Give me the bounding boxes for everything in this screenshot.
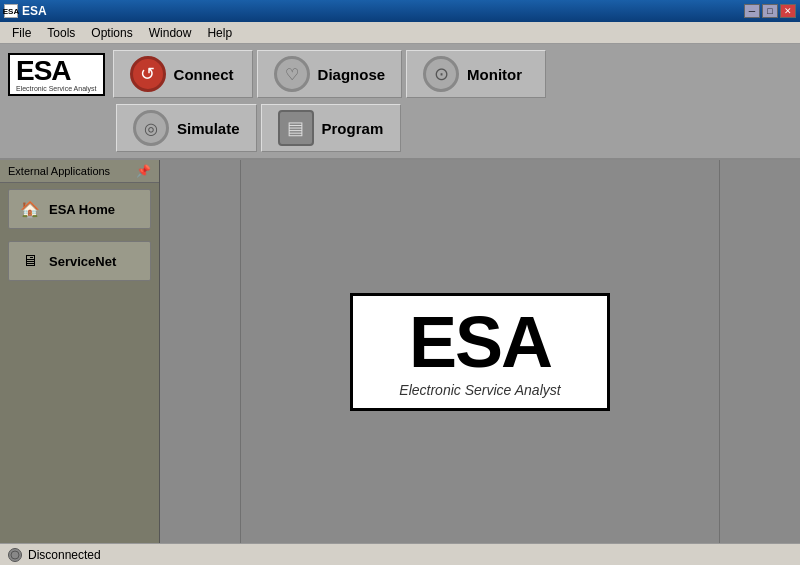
simulate-label: Simulate [177, 120, 240, 137]
program-label: Program [322, 120, 384, 137]
diagnose-icon [274, 56, 310, 92]
status-text: Disconnected [28, 548, 101, 562]
title-icon: ESA [4, 4, 18, 18]
esa-header-logo: ESA Electronic Service Analyst [8, 53, 105, 96]
title-bar: ESA ESA ─ □ ✕ [0, 0, 800, 22]
monitor-label: Monitor [467, 66, 522, 83]
status-bar: Disconnected [0, 543, 800, 565]
menu-window[interactable]: Window [141, 24, 200, 42]
menu-help[interactable]: Help [199, 24, 240, 42]
toolbar: ESA Electronic Service Analyst Connect D… [0, 44, 800, 160]
servicenet-label: ServiceNet [49, 254, 116, 269]
esa-main-logo-subtitle: Electronic Service Analyst [373, 382, 587, 398]
maximize-button[interactable]: □ [762, 4, 778, 18]
minimize-button[interactable]: ─ [744, 4, 760, 18]
esa-home-label: ESA Home [49, 202, 115, 217]
title-text: ESA [22, 4, 47, 18]
servicenet-button[interactable]: 🖥 ServiceNet [8, 241, 151, 281]
left-panel: External Applications 📌 🏠 ESA Home 🖥 Ser… [0, 160, 160, 543]
status-icon [8, 548, 22, 562]
program-button[interactable]: Program [261, 104, 401, 152]
title-controls: ─ □ ✕ [744, 4, 796, 18]
esa-logo-text: ESA [16, 57, 97, 85]
simulate-button[interactable]: Simulate [116, 104, 257, 152]
esa-main-logo-text: ESA [373, 306, 587, 378]
esa-logo-subtitle: Electronic Service Analyst [16, 85, 97, 92]
menu-tools[interactable]: Tools [39, 24, 83, 42]
connect-label: Connect [174, 66, 234, 83]
diagnose-label: Diagnose [318, 66, 386, 83]
right-content: ESA Electronic Service Analyst [160, 160, 800, 543]
esa-main-logo: ESA Electronic Service Analyst [350, 293, 610, 411]
esa-home-button[interactable]: 🏠 ESA Home [8, 189, 151, 229]
main-content: External Applications 📌 🏠 ESA Home 🖥 Ser… [0, 160, 800, 543]
pin-button[interactable]: 📌 [136, 164, 151, 178]
menu-file[interactable]: File [4, 24, 39, 42]
monitor-icon [423, 56, 459, 92]
servicenet-icon: 🖥 [19, 250, 41, 272]
esa-home-icon: 🏠 [19, 198, 41, 220]
monitor-button[interactable]: Monitor [406, 50, 546, 98]
svg-point-0 [11, 551, 19, 559]
menu-bar: File Tools Options Window Help [0, 22, 800, 44]
left-panel-header: External Applications 📌 [0, 160, 159, 183]
simulate-icon [133, 110, 169, 146]
connect-button[interactable]: Connect [113, 50, 253, 98]
title-bar-left: ESA ESA [4, 4, 47, 18]
external-applications-title: External Applications [8, 165, 110, 177]
menu-options[interactable]: Options [83, 24, 140, 42]
close-button[interactable]: ✕ [780, 4, 796, 18]
divider-1 [240, 160, 241, 543]
program-icon [278, 110, 314, 146]
connect-icon [130, 56, 166, 92]
diagnose-button[interactable]: Diagnose [257, 50, 403, 98]
divider-2 [719, 160, 720, 543]
